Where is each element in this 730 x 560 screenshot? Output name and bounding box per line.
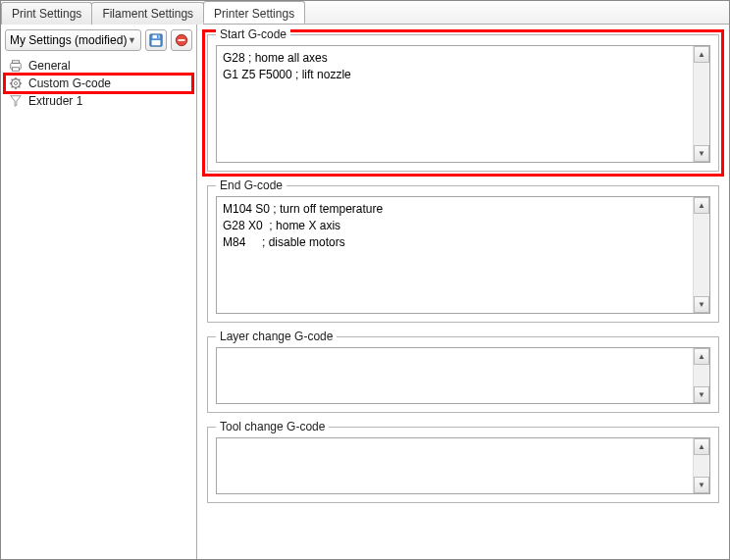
sidebar-item-general[interactable]: General [5, 57, 192, 75]
tool-change-gcode-group: Tool change G-code ▲ ▼ [207, 427, 719, 503]
scroll-up-icon[interactable]: ▲ [694, 46, 709, 63]
sidebar-item-label: General [28, 59, 71, 73]
sidebar-item-label: Extruder 1 [28, 94, 82, 108]
sidebar-toolbar: My Settings (modified) ▼ [5, 29, 192, 51]
end-gcode-textarea[interactable] [217, 197, 693, 313]
start-gcode-textarea[interactable] [217, 46, 693, 162]
end-gcode-editor-wrap: ▲ ▼ [216, 196, 710, 314]
tab-print-settings[interactable]: Print Settings [1, 2, 92, 25]
gear-icon [9, 76, 23, 90]
save-preset-button[interactable] [145, 29, 167, 51]
preset-dropdown[interactable]: My Settings (modified) ▼ [5, 29, 141, 51]
svg-rect-8 [13, 68, 20, 72]
scrollbar[interactable]: ▲ ▼ [693, 348, 709, 403]
body: My Settings (modified) ▼ [1, 25, 729, 559]
scroll-up-icon[interactable]: ▲ [694, 438, 709, 455]
layer-change-gcode-editor-wrap: ▲ ▼ [216, 347, 710, 404]
sidebar: My Settings (modified) ▼ [1, 25, 197, 559]
funnel-icon [9, 94, 23, 108]
layer-change-gcode-textarea[interactable] [217, 348, 693, 403]
end-gcode-group: End G-code ▲ ▼ [207, 185, 719, 323]
content-pane: Start G-code ▲ ▼ End G-code ▲ ▼ [197, 25, 729, 559]
svg-rect-5 [179, 39, 185, 41]
svg-line-15 [12, 79, 13, 80]
tab-printer-settings[interactable]: Printer Settings [203, 1, 305, 24]
delete-minus-icon [175, 33, 188, 47]
tool-change-gcode-legend: Tool change G-code [216, 420, 329, 433]
sidebar-tree: General [5, 57, 192, 554]
start-gcode-editor-wrap: ▲ ▼ [216, 45, 710, 163]
scroll-down-icon[interactable]: ▼ [694, 145, 709, 162]
svg-point-10 [14, 81, 17, 84]
scroll-up-icon[interactable]: ▲ [694, 197, 709, 214]
svg-rect-2 [152, 40, 161, 45]
scroll-down-icon[interactable]: ▼ [694, 386, 709, 403]
sidebar-item-extruder-1[interactable]: Extruder 1 [5, 92, 192, 110]
app-window: Print Settings Filament Settings Printer… [0, 0, 730, 560]
delete-preset-button[interactable] [171, 29, 192, 51]
tab-bar: Print Settings Filament Settings Printer… [1, 1, 729, 25]
scroll-up-icon[interactable]: ▲ [694, 348, 709, 365]
sidebar-item-custom-gcode[interactable]: Custom G-code [5, 75, 192, 92]
scroll-down-icon[interactable]: ▼ [694, 477, 709, 493]
scroll-down-icon[interactable]: ▼ [694, 296, 709, 313]
svg-line-17 [12, 86, 13, 87]
svg-line-16 [19, 86, 20, 87]
printer-icon [9, 59, 23, 73]
svg-rect-3 [157, 35, 159, 39]
svg-rect-7 [13, 61, 20, 64]
tab-filament-settings[interactable]: Filament Settings [91, 2, 204, 25]
layer-change-gcode-legend: Layer change G-code [216, 330, 337, 343]
scrollbar[interactable]: ▲ ▼ [693, 438, 709, 493]
svg-line-18 [19, 79, 20, 80]
layer-change-gcode-group: Layer change G-code ▲ ▼ [207, 336, 719, 413]
end-gcode-legend: End G-code [216, 178, 287, 192]
start-gcode-group: Start G-code ▲ ▼ [207, 34, 719, 172]
sidebar-item-label: Custom G-code [28, 76, 111, 90]
tool-change-gcode-textarea[interactable] [217, 438, 693, 493]
start-gcode-legend: Start G-code [216, 27, 290, 41]
dropdown-caret-icon: ▼ [128, 35, 136, 45]
preset-label: My Settings (modified) [10, 33, 127, 47]
floppy-disk-icon [149, 33, 163, 47]
scrollbar[interactable]: ▲ ▼ [693, 46, 709, 162]
tool-change-gcode-editor-wrap: ▲ ▼ [216, 437, 710, 494]
scrollbar[interactable]: ▲ ▼ [693, 197, 709, 313]
